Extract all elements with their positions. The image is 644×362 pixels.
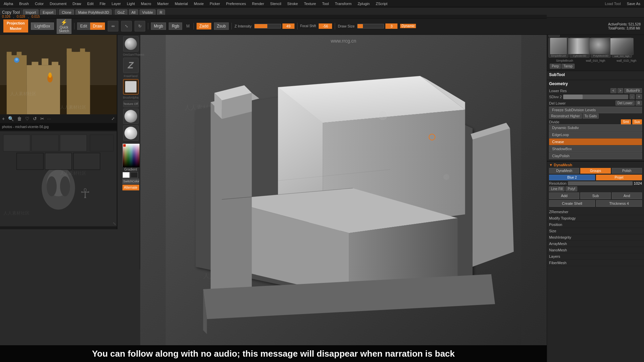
del-lower-btn[interactable]: Del Lower <box>615 101 635 106</box>
dynamic-label[interactable]: Dynamic <box>400 24 416 28</box>
crease-button[interactable]: Crease <box>549 138 642 145</box>
lp-tool-btn[interactable]: ✂ <box>40 115 45 122</box>
create-shell-button[interactable]: Create Shell <box>549 200 595 207</box>
resize-handle[interactable]: ⤡ <box>113 221 116 226</box>
menu-movie[interactable]: Movie <box>193 1 205 6</box>
blue2-button[interactable]: Blue 2 <box>549 175 595 180</box>
menu-material[interactable]: Material <box>174 1 189 6</box>
projet-button[interactable]: Projet <box>596 175 642 180</box>
line-fill-button[interactable]: Line Fill <box>549 186 565 191</box>
sdiv-slider[interactable] <box>563 95 628 99</box>
r-button[interactable]: R <box>157 9 165 15</box>
tool-preset-cylinder[interactable]: Cylinder3D <box>570 38 590 58</box>
perp-button[interactable]: Perp <box>550 64 561 69</box>
groups-button[interactable]: Groups <box>580 168 610 174</box>
brush-alpha-item[interactable] <box>123 79 139 95</box>
and-button[interactable]: And <box>612 192 642 199</box>
edit-button[interactable]: Edit <box>77 22 90 30</box>
make-polymesh-button[interactable]: Make PolyMesh3D <box>75 9 112 15</box>
menu-light[interactable]: Light <box>126 1 136 6</box>
menu-marker[interactable]: Marker <box>156 1 170 6</box>
menu-zplugin[interactable]: Zplugin <box>357 1 371 6</box>
m-button[interactable]: M <box>185 23 191 29</box>
suv-button[interactable]: Suv <box>632 119 642 124</box>
draw-size-slider[interactable] <box>357 24 384 28</box>
sub-button[interactable]: Sub <box>580 192 610 199</box>
menu-tool[interactable]: Tool <box>321 1 330 6</box>
menu-picker[interactable]: Picker <box>209 1 221 6</box>
mrgb-button[interactable]: Mrgb <box>151 22 166 30</box>
swatch-black[interactable] <box>130 172 138 178</box>
reconstruct-higher-btn[interactable]: Reconstruct Higher <box>549 114 582 119</box>
smt-button[interactable]: Smt <box>621 119 631 124</box>
menu-file[interactable]: File <box>99 1 107 6</box>
dynamic-subdiv-button[interactable]: Dynamic Subdiv <box>549 124 642 131</box>
menu-layer[interactable]: Layer <box>111 1 122 6</box>
lp-fav-btn[interactable]: ♡ <box>24 115 30 122</box>
position-item[interactable]: Position <box>547 222 644 228</box>
z-intensity-slider[interactable] <box>254 24 281 28</box>
all-button[interactable]: All <box>129 9 138 15</box>
alternate-button[interactable]: Alternate <box>122 185 139 190</box>
modify-topology-item[interactable]: Modify Topology <box>547 215 644 222</box>
menu-zscript[interactable]: ZScript <box>375 1 388 6</box>
menu-edit[interactable]: Edit <box>86 1 95 6</box>
claypolish-button[interactable]: ClayPolish <box>549 153 642 159</box>
lp-more-btn[interactable]: ··· <box>47 116 51 121</box>
brush-stroke-item[interactable]: Z <box>123 58 139 73</box>
edgeloop-button[interactable]: EdgeLoop <box>549 131 642 138</box>
clone-button[interactable]: Clone <box>59 9 74 15</box>
goz-button[interactable]: GoZ <box>115 9 127 15</box>
lp-zoom-btn[interactable]: 🔍 <box>7 115 14 122</box>
to-gaits-btn[interactable]: To Gaits <box>583 114 599 119</box>
polyf-button[interactable]: Polyf <box>566 186 577 191</box>
quick-sketch-button[interactable]: ⚡ Quick Sketch <box>57 18 72 34</box>
menu-transform[interactable]: Transform <box>334 1 353 6</box>
brush-sphere-item[interactable] <box>123 36 139 52</box>
menu-render[interactable]: Render <box>251 1 265 6</box>
fibermesh-item[interactable]: FiberMesh <box>547 260 644 266</box>
menu-preferences[interactable]: Preferences <box>225 1 247 6</box>
brush-flat-sphere-item[interactable] <box>123 125 139 141</box>
arraymesh-item[interactable]: ArrayMesh <box>547 241 644 247</box>
freeze-subdiv-button[interactable]: Freeze SubDivision Levels <box>549 107 642 113</box>
lp-delete-btn[interactable]: 🗑 <box>16 115 22 122</box>
texture-off-item[interactable]: Texture Off <box>123 101 139 107</box>
shadowbox-button[interactable]: ShadowBox <box>549 145 642 152</box>
sdiv-minus-btn[interactable]: - <box>630 94 635 99</box>
nanomesh-item[interactable]: NanoMesh <box>547 247 644 253</box>
zsub-button[interactable]: Zsub <box>214 22 229 30</box>
menu-brush[interactable]: Brush <box>18 1 30 6</box>
size-item[interactable]: Size <box>547 228 644 234</box>
resolution-bar[interactable] <box>568 181 633 185</box>
meshintegrity-item[interactable]: MeshIntegrity <box>547 234 644 241</box>
lower-res-extra-btn[interactable]: ButtonFlr <box>624 88 642 93</box>
sdiv-plus-btn[interactable]: + <box>636 94 642 99</box>
import-button[interactable]: Import <box>23 9 39 15</box>
export-button[interactable]: Export <box>40 9 56 15</box>
rgb-button[interactable]: Rgb <box>169 22 182 30</box>
draw-button[interactable]: Draw <box>90 22 105 30</box>
scale-icon-btn[interactable]: ⤡ <box>121 21 132 32</box>
tool-preset-polymesh[interactable]: PolyMesh3D <box>591 38 611 58</box>
rotate-icon-btn[interactable]: ↻ <box>135 21 145 32</box>
color-picker-box[interactable] <box>122 143 139 167</box>
menu-texture[interactable]: Texture <box>303 1 317 6</box>
dynamesh-main-btn[interactable]: DynaMesh <box>549 168 579 174</box>
lower-res-left-btn[interactable]: < <box>610 88 616 93</box>
focal-shift-input[interactable] <box>319 23 332 29</box>
draw-size-input[interactable] <box>385 23 397 29</box>
zadd-button[interactable]: Zadd <box>197 23 211 29</box>
lower-res-right-btn[interactable]: > <box>618 88 624 93</box>
thickness-button[interactable]: Thickness 4 <box>596 200 642 207</box>
tansp-button[interactable]: Tansp <box>561 64 575 69</box>
menu-macro[interactable]: Macro <box>140 1 152 6</box>
switch-color-button[interactable]: SwitchColor <box>122 179 139 184</box>
lp-new-btn[interactable]: + <box>1 115 5 122</box>
tool-preset-wall[interactable]: wall_010_high <box>612 38 632 58</box>
main-canvas[interactable]: www.rrcg.cn <box>140 35 547 345</box>
tool-preset-simplebru[interactable]: SimpleBrush <box>548 38 569 58</box>
save-as-label[interactable]: Save As <box>626 1 641 6</box>
menu-color[interactable]: Color <box>34 1 45 6</box>
menu-draw[interactable]: Draw <box>71 1 82 6</box>
